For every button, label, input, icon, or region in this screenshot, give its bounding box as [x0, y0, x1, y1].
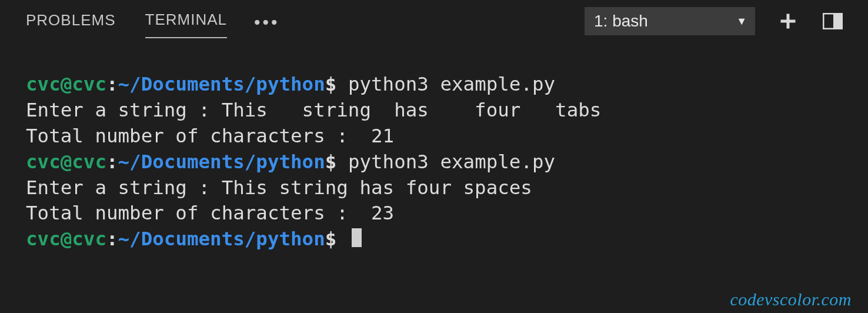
terminal-command: python3 example.py	[348, 151, 555, 173]
terminal-line: Enter a string : This string has four sp…	[26, 175, 842, 201]
terminal-line: cvc@cvc:~/Documents/python$ python3 exam…	[26, 72, 842, 98]
terminal-line: Total number of characters : 21	[26, 124, 842, 149]
prompt-path: ~/Documents/python	[118, 73, 325, 95]
prompt-colon: :	[106, 151, 118, 173]
prompt-user-host: cvc@cvc	[26, 73, 106, 95]
split-panel-icon	[823, 13, 843, 29]
terminal-cursor	[352, 228, 362, 247]
terminal-shell-label: 1: bash	[594, 12, 648, 31]
panel-tabs: PROBLEMS TERMINAL	[26, 5, 227, 38]
terminal-command: python3 example.py	[348, 73, 555, 95]
chevron-down-icon: ▼	[736, 15, 747, 28]
terminal-line: Total number of characters : 23	[26, 201, 842, 227]
prompt-user-host: cvc@cvc	[26, 228, 106, 250]
svg-rect-1	[781, 20, 796, 23]
prompt-symbol: $	[325, 151, 337, 173]
tabs-overflow-icon[interactable]: •••	[254, 11, 280, 31]
panel-header: PROBLEMS TERMINAL ••• 1: bash ▼	[0, 0, 868, 42]
prompt-path: ~/Documents/python	[118, 151, 325, 173]
terminal-shell-select[interactable]: 1: bash ▼	[585, 7, 755, 35]
prompt-symbol: $	[325, 73, 337, 95]
tab-problems[interactable]: PROBLEMS	[26, 5, 116, 38]
plus-icon	[779, 12, 797, 30]
prompt-symbol: $	[325, 228, 337, 250]
prompt-colon: :	[106, 73, 118, 95]
split-terminal-button[interactable]	[821, 9, 844, 33]
prompt-path: ~/Documents/python	[118, 228, 325, 250]
terminal-output[interactable]: cvc@cvc:~/Documents/python$ python3 exam…	[0, 42, 868, 252]
terminal-line: cvc@cvc:~/Documents/python$ python3 exam…	[26, 149, 842, 175]
terminal-line: cvc@cvc:~/Documents/python$	[26, 227, 842, 252]
prompt-user-host: cvc@cvc	[26, 151, 106, 173]
tab-terminal[interactable]: TERMINAL	[145, 5, 227, 38]
panel-right-controls: 1: bash ▼	[585, 7, 844, 35]
watermark: codevscolor.com	[730, 289, 852, 309]
prompt-colon: :	[106, 228, 118, 250]
new-terminal-button[interactable]	[776, 9, 800, 33]
terminal-line: Enter a string : This string has four ta…	[26, 98, 842, 124]
svg-rect-3	[833, 14, 842, 29]
